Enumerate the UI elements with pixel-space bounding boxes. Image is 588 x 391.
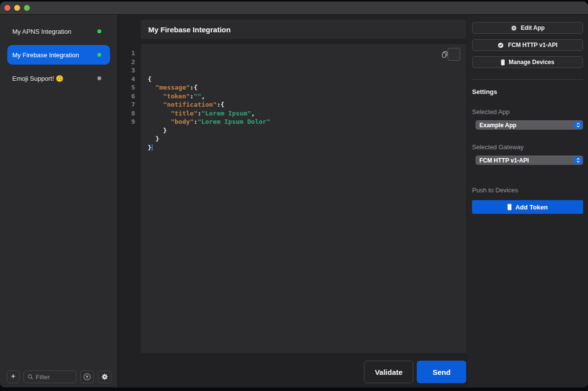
line-number: 4	[121, 75, 135, 84]
search-icon	[27, 374, 33, 380]
app-action-buttons: Edit AppFCM HTTP v1-APIManage Devices	[472, 22, 583, 68]
add-token-label: Add Token	[515, 204, 547, 211]
selected-app-value: Example App	[479, 122, 517, 129]
code-line: "message":{	[148, 83, 466, 92]
validate-button[interactable]: Validate	[364, 361, 413, 383]
phone-icon	[501, 59, 505, 66]
line-number-gutter: 123456789	[121, 44, 141, 353]
phone-icon	[507, 204, 512, 210]
minimize-window-button[interactable]	[14, 5, 20, 11]
push-to-devices-label: Push to Devices	[472, 186, 583, 194]
copy-button[interactable]	[448, 48, 460, 61]
code-line: }	[148, 126, 466, 135]
line-number: 5	[121, 83, 135, 92]
integration-label: My Firebase Integration	[12, 51, 79, 59]
selected-gateway-dropdown[interactable]: FCM HTTP v1-API	[475, 156, 583, 165]
filter-toggle-button[interactable]	[80, 370, 94, 383]
code-line: "notification":{	[148, 100, 466, 109]
code-line: {	[148, 75, 466, 84]
app-window: My APNS IntegrationMy Firebase Integrati…	[0, 1, 588, 388]
button-label: Manage Devices	[509, 59, 554, 66]
copy-icon	[441, 44, 466, 72]
code-line: }	[148, 143, 466, 152]
selected-app-dropdown[interactable]: Example App	[475, 120, 583, 130]
zoom-window-button[interactable]	[24, 5, 30, 11]
gateway-info-button[interactable]: FCM HTTP v1-API	[472, 39, 583, 51]
document-header: My Firebase Integration	[141, 20, 466, 39]
code-area[interactable]: { "message":{ "token":"", "notification"…	[141, 44, 466, 353]
chevron-up-down-icon	[574, 121, 582, 129]
settings-heading: Settings	[472, 88, 583, 95]
filter-input[interactable]	[36, 373, 72, 381]
line-number: 1	[121, 49, 135, 58]
manage-devices-button[interactable]: Manage Devices	[472, 56, 583, 68]
close-window-button[interactable]	[4, 5, 10, 11]
selected-gateway-label: Selected Gateway	[472, 143, 583, 151]
json-editor[interactable]: 123456789 { "message":{ "token":"", "not…	[121, 44, 466, 353]
status-dot	[97, 53, 101, 57]
settings-button[interactable]	[98, 370, 112, 383]
gear-icon	[511, 25, 517, 31]
integration-label: My APNS Integration	[12, 28, 71, 35]
chevron-up-down-icon	[574, 157, 582, 164]
button-label: Edit App	[521, 24, 545, 31]
sidebar-footer-toolbar: +	[7, 370, 112, 383]
button-label: FCM HTTP v1-API	[508, 42, 557, 48]
sidebar: My APNS IntegrationMy Firebase Integrati…	[0, 15, 117, 387]
line-number: 6	[121, 92, 135, 101]
title-bar[interactable]	[0, 1, 588, 15]
edit-app-button[interactable]: Edit App	[472, 22, 583, 34]
integration-label: Emoji Support! 🙃	[12, 75, 64, 82]
selected-app-label: Selected App	[472, 108, 583, 115]
add-token-button[interactable]: Add Token	[472, 200, 583, 214]
line-number: 8	[121, 109, 135, 118]
sidebar-item-firebase[interactable]: My Firebase Integration	[7, 45, 110, 65]
window-content: My APNS IntegrationMy Firebase Integrati…	[0, 15, 588, 387]
funnel-circle-icon	[83, 373, 91, 381]
status-dot	[97, 76, 101, 80]
text-cursor	[152, 144, 153, 151]
code-line: "body":"Lorem Ipsum Dolor"	[148, 117, 466, 126]
line-number: 2	[121, 58, 135, 67]
sidebar-item-emoji[interactable]: Emoji Support! 🙃	[7, 69, 110, 88]
code-line: "title":"Lorem Ipsum",	[148, 109, 466, 118]
gear-icon	[101, 373, 108, 380]
code-line: "token":"",	[148, 92, 466, 101]
line-number: 3	[121, 66, 135, 75]
line-number: 7	[121, 100, 135, 109]
integration-list: My APNS IntegrationMy Firebase Integrati…	[0, 15, 117, 88]
send-button[interactable]: Send	[417, 361, 466, 383]
page-title: My Firebase Integration	[148, 25, 230, 34]
status-dot	[97, 29, 101, 33]
add-integration-button[interactable]: +	[7, 370, 20, 383]
code-line: }	[148, 135, 466, 143]
main-area: My Firebase Integration 123456789 { "mes…	[118, 15, 467, 387]
selected-gateway-value: FCM HTTP v1-API	[479, 157, 529, 164]
filter-field[interactable]	[23, 370, 76, 383]
seal-checkmark-icon	[498, 42, 504, 48]
panel-divider	[472, 79, 583, 80]
sidebar-item-apns[interactable]: My APNS Integration	[7, 22, 110, 41]
settings-panel: Edit AppFCM HTTP v1-APIManage Devices Se…	[467, 15, 588, 387]
line-number: 9	[121, 117, 135, 126]
